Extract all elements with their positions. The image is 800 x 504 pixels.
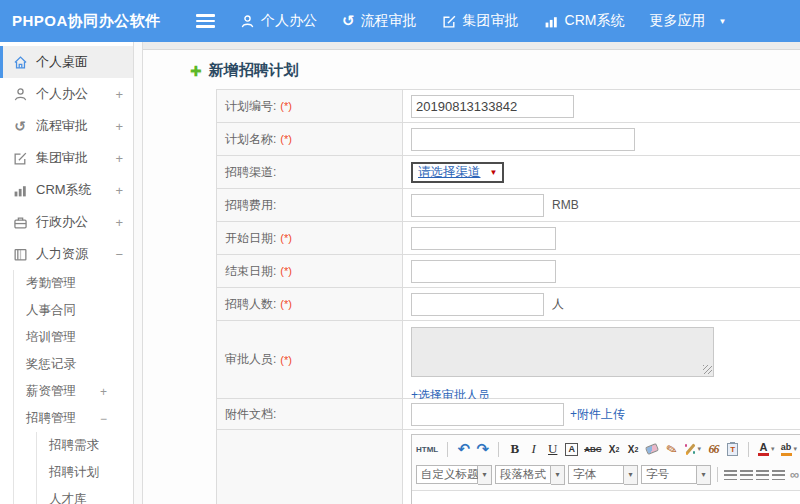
editor-toolbar-row2: 自定义标题▾ 段落格式▾ 字体▾ 字号▾ [416, 462, 800, 487]
underline-button[interactable]: U [546, 441, 559, 458]
eraser-icon[interactable] [646, 441, 659, 458]
end-date-input[interactable] [411, 260, 556, 283]
font-family-dropdown[interactable]: 字体▾ [568, 465, 638, 485]
subscript-button[interactable]: X2 [627, 441, 640, 458]
sidebar-item-label: 薪资管理 [26, 383, 76, 400]
briefcase-icon [12, 215, 28, 230]
app-logo: PHPOA协同办公软件 [0, 12, 176, 31]
undo-icon[interactable]: ↶ [457, 441, 470, 458]
collapse-icon[interactable]: − [100, 412, 107, 426]
sidebar-item-group-approval[interactable]: 集团审批 + [0, 142, 133, 174]
editor-content-area[interactable] [412, 491, 800, 504]
form-row-approver: 审批人员: (*) +选择审批人员 [217, 321, 800, 399]
channel-select[interactable]: 请选择渠道 ▼ [411, 162, 504, 183]
sidebar-item-recruit-demand[interactable]: 招聘需求 [49, 432, 133, 459]
form-row-attachment: 附件文档: +附件上传 [217, 399, 800, 430]
font-size-dropdown[interactable]: 字号▾ [641, 465, 711, 485]
nav-item-crm[interactable]: CRM系统 [544, 12, 625, 30]
dropdown-caret-icon: ▾ [478, 465, 492, 485]
highlight-color-button[interactable]: ab ▾ [781, 441, 798, 458]
bold-button[interactable]: B [508, 441, 521, 458]
dropdown-caret-icon: ▾ [551, 465, 565, 485]
sidebar-item-label: 考勤管理 [26, 275, 76, 292]
font-color-button[interactable]: A ▾ [758, 441, 775, 458]
form-row-headcount: 招聘人数: (*) 人 [217, 288, 800, 321]
page-title: 新增招聘计划 [209, 61, 299, 80]
channel-selected-value: 请选择渠道 [418, 164, 481, 181]
nav-item-more-apps[interactable]: 更多应用 ▼ [649, 12, 726, 30]
expand-icon[interactable]: + [115, 183, 123, 198]
bar-chart-icon [12, 183, 28, 198]
align-justify-icon[interactable] [772, 466, 785, 483]
sidebar-item-label: 培训管理 [26, 329, 76, 346]
sidebar-item-training[interactable]: 培训管理 [26, 324, 133, 351]
main-layout: 个人桌面 个人办公 + ↺ 流程审批 + [0, 42, 800, 504]
blockquote-icon[interactable]: 66 [707, 441, 720, 458]
sidebar-item-personal-office[interactable]: 个人办公 + [0, 78, 133, 110]
headcount-unit: 人 [552, 296, 564, 313]
form-row-plan-name: 计划名称: (*) [217, 123, 800, 156]
field-label: 招聘人数: (*) [217, 288, 403, 320]
sidebar-item-hr-contract[interactable]: 人事合同 [26, 297, 133, 324]
plan-no-input[interactable] [411, 95, 574, 118]
content-area: ✚ 新增招聘计划 计划编号: (*) 计划名称: [143, 42, 800, 504]
form-row-channel: 招聘渠道: 请选择渠道 ▼ [217, 156, 800, 189]
expand-icon[interactable]: + [100, 385, 107, 399]
italic-button[interactable]: I [527, 441, 540, 458]
sidebar-item-recruit-mgmt[interactable]: 招聘管理 − [26, 405, 133, 432]
sidebar-item-label: 招聘管理 [26, 410, 76, 427]
edit-square-icon [442, 14, 457, 29]
nav-item-group-approval[interactable]: 集团审批 [442, 12, 519, 30]
approver-textarea[interactable] [411, 327, 714, 377]
nav-item-workflow-approval[interactable]: ↺ 流程审批 [342, 12, 417, 30]
field-label-empty [217, 430, 403, 504]
expand-icon[interactable]: + [115, 215, 123, 230]
align-left-icon[interactable] [724, 466, 737, 483]
auto-typeset-icon[interactable]: ▾ [684, 441, 702, 458]
align-center-icon[interactable] [740, 466, 753, 483]
plan-name-input[interactable] [411, 128, 635, 151]
fee-input[interactable] [411, 194, 544, 217]
fee-unit: RMB [552, 198, 579, 212]
redo-icon[interactable]: ↷ [476, 441, 489, 458]
sidebar-item-talent-pool[interactable]: 人才库 [49, 486, 133, 504]
char-border-button[interactable]: A [565, 443, 578, 456]
custom-title-dropdown[interactable]: 自定义标题▾ [416, 465, 492, 485]
expand-icon[interactable]: + [115, 151, 123, 166]
attachment-upload-link[interactable]: +附件上传 [570, 406, 625, 423]
sidebar-item-desktop[interactable]: 个人桌面 [0, 46, 133, 78]
sidebar-item-recruit-plan[interactable]: 招聘计划 [49, 459, 133, 486]
start-date-input[interactable] [411, 227, 556, 250]
hamburger-menu-icon[interactable] [196, 14, 215, 28]
sidebar-item-hr[interactable]: 人力资源 − [0, 238, 133, 270]
source-code-button[interactable]: HTML [416, 441, 438, 458]
sidebar-item-workflow-approval[interactable]: ↺ 流程审批 + [0, 110, 133, 142]
sidebar-item-crm[interactable]: CRM系统 + [0, 174, 133, 206]
form-row-start-date: 开始日期: (*) [217, 222, 800, 255]
insert-link-icon[interactable]: ∞ [788, 466, 800, 483]
attachment-input[interactable] [411, 403, 564, 426]
collapse-icon[interactable]: − [115, 247, 123, 262]
form-row-end-date: 结束日期: (*) [217, 255, 800, 288]
sidebar-item-label: 奖惩记录 [26, 356, 76, 373]
nav-item-label: 个人办公 [261, 12, 317, 30]
nav-item-personal-office[interactable]: 个人办公 [240, 12, 317, 30]
sidebar-scrollbar-gutter[interactable] [134, 42, 143, 504]
sidebar-item-rewards[interactable]: 奖惩记录 [26, 351, 133, 378]
paste-text-icon[interactable]: T [726, 441, 739, 458]
strikethrough-button[interactable]: ABC [584, 441, 601, 458]
form-row-fee: 招聘费用: RMB [217, 189, 800, 222]
superscript-button[interactable]: X2 [608, 441, 621, 458]
sidebar-item-admin-office[interactable]: 行政办公 + [0, 206, 133, 238]
sidebar-item-attendance[interactable]: 考勤管理 [26, 270, 133, 297]
expand-icon[interactable]: + [115, 87, 123, 102]
field-label: 附件文档: [217, 399, 403, 429]
headcount-input[interactable] [411, 293, 544, 316]
sidebar-item-salary[interactable]: 薪资管理 + [26, 378, 133, 405]
expand-icon[interactable]: + [115, 119, 123, 134]
format-brush-icon[interactable]: ✎ [663, 439, 680, 459]
field-label: 结束日期: (*) [217, 255, 403, 287]
paragraph-format-dropdown[interactable]: 段落格式▾ [495, 465, 565, 485]
nav-item-label: 更多应用 [649, 12, 705, 30]
align-right-icon[interactable] [756, 466, 769, 483]
